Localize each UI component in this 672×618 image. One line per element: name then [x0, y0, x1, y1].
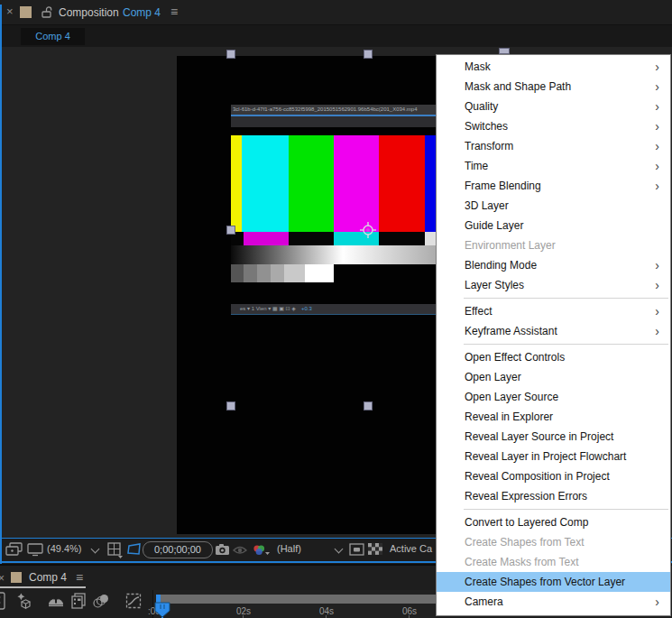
color-bar-segment	[379, 232, 425, 245]
menu-item-quality[interactable]: Quality›	[437, 97, 670, 116]
submenu-arrow-icon: ›	[655, 57, 659, 77]
timeline-tab-close-icon[interactable]: ×	[0, 572, 5, 585]
panel-close-icon[interactable]: ×	[6, 5, 14, 18]
menu-item-label: Camera	[465, 595, 503, 608]
menu-item-create-shapes-from-text: Create Shapes from Text	[437, 532, 670, 552]
timeline-panel-menu-icon[interactable]: ≡	[76, 570, 82, 585]
menu-item-reveal-expression-errors[interactable]: Reveal Expression Errors	[437, 486, 670, 506]
panel-title: Composition	[59, 6, 119, 19]
menu-item-reveal-layer-in-project-flowchart[interactable]: Reveal Layer in Project Flowchart	[437, 447, 670, 466]
menu-item-open-layer-source[interactable]: Open Layer Source	[437, 387, 670, 407]
menu-item-blending-mode[interactable]: Blending Mode›	[437, 255, 670, 275]
menu-item-time[interactable]: Time›	[437, 156, 670, 176]
layer-handle-top-right[interactable]	[499, 48, 510, 54]
layer-handle-mid-left[interactable]	[226, 226, 235, 235]
resolution-chevron-icon[interactable]	[335, 545, 344, 554]
always-preview-icon[interactable]	[5, 542, 23, 561]
timecode-field[interactable]: 0;00;00;00	[143, 541, 213, 558]
channels-icon[interactable]	[253, 542, 271, 561]
region-of-interest-icon[interactable]	[126, 542, 143, 560]
layer-handle-top-left[interactable]	[226, 50, 235, 59]
target-region-icon[interactable]	[349, 542, 365, 560]
work-area-bar[interactable]	[161, 595, 436, 604]
menu-item-environment-layer: Environment Layer	[437, 235, 670, 255]
menu-item-switches[interactable]: Switches›	[437, 116, 670, 136]
menu-item-3d-layer[interactable]: 3D Layer	[437, 196, 670, 216]
motion-blur-pane-icon[interactable]	[47, 592, 65, 613]
transparency-grid-icon[interactable]	[368, 542, 382, 558]
menu-item-keyframe-assistant[interactable]: Keyframe Assistant›	[437, 321, 670, 341]
menu-item-reveal-layer-source-in-project[interactable]: Reveal Layer Source in Project	[437, 427, 670, 447]
frame-blending-pane-icon[interactable]	[69, 592, 87, 613]
show-snapshot-icon[interactable]	[232, 542, 248, 560]
menu-item-label: Convert to Layered Comp	[465, 516, 588, 529]
layer-handle-bottom-left[interactable]	[226, 401, 235, 410]
layer-switches-pane-icon[interactable]	[0, 592, 5, 613]
panel-icon	[20, 6, 32, 18]
grayscale-steps	[231, 264, 334, 282]
menu-item-mask-and-shape-path[interactable]: Mask and Shape Path›	[437, 77, 670, 97]
color-bar-segment	[271, 264, 284, 282]
menu-item-effect[interactable]: Effect›	[437, 301, 670, 321]
transfer-controls-pane-icon[interactable]	[92, 592, 110, 613]
resolution-label[interactable]: (Half)	[277, 543, 301, 554]
menu-item-label: Open Effect Controls	[465, 351, 565, 364]
menu-item-camera[interactable]: Camera›	[437, 592, 670, 612]
menu-item-create-shapes-from-vector-layer[interactable]: Create Shapes from Vector Layer	[437, 572, 670, 592]
menu-item-label: Reveal Layer in Project Flowchart	[465, 450, 626, 463]
viewer-tab-comp4[interactable]: Comp 4	[21, 28, 85, 45]
app-window: × Composition Comp 4 ≡ Comp 4 3cl-61b-d-…	[0, 0, 672, 618]
menu-item-label: Time	[465, 160, 488, 172]
panel-focus-border-left	[0, 5, 2, 564]
color-bar-segment	[244, 264, 257, 282]
composition-panel-titlebar: × Composition Comp 4 ≡	[0, 0, 672, 25]
menu-item-transform[interactable]: Transform›	[437, 136, 670, 156]
player-strip-accent: +0.3	[301, 306, 312, 311]
grid-guides-icon[interactable]	[106, 541, 124, 562]
menu-item-label: Blending Mode	[465, 259, 537, 272]
menu-item-layer-styles[interactable]: Layer Styles›	[437, 275, 670, 295]
menu-item-label: Reveal in Explorer	[465, 410, 553, 423]
menu-item-reveal-composition-in-project[interactable]: Reveal Composition in Project	[437, 466, 670, 486]
menu-item-open-layer[interactable]: Open Layer	[437, 367, 670, 387]
draft-3d-icon[interactable]	[15, 592, 33, 613]
menu-item-label: Guide Layer	[465, 219, 523, 232]
menu-item-guide-layer[interactable]: Guide Layer	[437, 216, 670, 235]
view-layout-label[interactable]: Active Ca	[390, 543, 432, 554]
snapshot-camera-icon[interactable]	[215, 542, 231, 560]
menu-item-label: Switches	[465, 120, 508, 133]
color-bar-segment	[231, 264, 244, 282]
zoom-chevron-icon[interactable]	[91, 545, 100, 554]
color-bar-segment	[289, 232, 334, 245]
menu-item-convert-to-layered-comp[interactable]: Convert to Layered Comp	[437, 512, 670, 532]
ruler-label-06s: 06s	[402, 606, 417, 616]
menu-item-label: Reveal Layer Source in Project	[465, 430, 613, 443]
submenu-arrow-icon: ›	[655, 97, 659, 116]
submenu-arrow-icon: ›	[655, 301, 659, 321]
menu-item-reveal-in-explorer[interactable]: Reveal in Explorer	[437, 407, 670, 427]
graph-editor-icon[interactable]	[124, 592, 143, 613]
menu-item-frame-blending[interactable]: Frame Blending›	[437, 176, 670, 196]
current-time-indicator[interactable]	[154, 602, 170, 618]
color-bar-segment	[244, 232, 289, 245]
timeline-tab-label[interactable]: Comp 4	[29, 571, 67, 584]
menu-item-label: Mask and Shape Path	[465, 80, 571, 93]
panel-menu-icon[interactable]: ≡	[170, 5, 177, 19]
submenu-arrow-icon: ›	[655, 321, 659, 341]
layer-handle-bottom-center[interactable]	[364, 401, 373, 410]
layer-handle-top-center[interactable]	[364, 50, 373, 59]
submenu-arrow-icon: ›	[655, 77, 659, 97]
zoom-level-label[interactable]: (49.4%)	[47, 543, 82, 554]
menu-separator	[437, 295, 670, 301]
menu-item-create-masks-from-text: Create Masks from Text	[437, 552, 670, 572]
monitor-icon[interactable]	[27, 542, 43, 560]
viewer-tab-row: Comp 4	[0, 25, 672, 47]
menu-item-label: Reveal Composition in Project	[465, 470, 610, 483]
menu-item-open-effect-controls[interactable]: Open Effect Controls	[437, 347, 670, 367]
submenu-arrow-icon: ›	[655, 255, 659, 275]
color-bar-segment	[334, 135, 379, 232]
menu-item-mask[interactable]: Mask›	[437, 57, 670, 77]
luma-ramp-left	[231, 245, 343, 264]
anchor-point-icon[interactable]	[360, 222, 376, 242]
unlock-icon[interactable]	[40, 5, 52, 23]
